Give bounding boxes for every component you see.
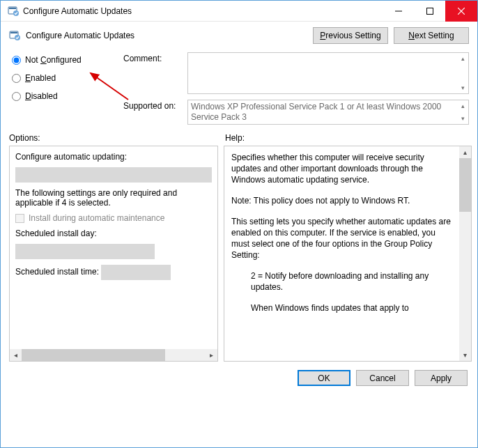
policy-icon (9, 30, 20, 41)
comment-textarea[interactable]: ▴ ▾ (187, 52, 469, 94)
radio-enabled-input[interactable] (12, 74, 21, 83)
policy-header: Configure Automatic Updates Previous Set… (1, 22, 477, 52)
previous-setting-button[interactable]: Previous Setting (313, 27, 388, 44)
window-title: Configure Automatic Updates (23, 6, 383, 16)
supported-text: Windows XP Professional Service Pack 1 o… (187, 100, 469, 125)
radio-enabled-label: Enabled (25, 73, 56, 83)
radio-not-configured-input[interactable] (12, 56, 21, 65)
options-body: Configure automatic updating: The follow… (10, 146, 217, 349)
policy-title: Configure Automatic Updates (26, 31, 307, 40)
pane-labels: Options: Help: (1, 128, 477, 146)
supported-scrollbar[interactable]: ▴ ▾ (457, 100, 468, 124)
help-p5: When Windows finds updates that apply to (251, 302, 452, 314)
lower-panes: Configure automatic updating: The follow… (1, 146, 477, 362)
svg-rect-8 (10, 32, 17, 33)
install-maintenance-label: Install during automatic maintenance (29, 213, 164, 223)
window-titlebar: Configure Automatic Updates (1, 1, 477, 22)
install-day-label: Scheduled install day: (15, 229, 212, 238)
radio-not-configured-label: Not Configured (25, 55, 82, 65)
help-p4: 2 = Notify before downloading and instal… (251, 270, 452, 293)
supported-label: Supported on: (123, 100, 187, 111)
help-body: Specifies whether this computer will rec… (224, 146, 459, 361)
radio-disabled-input[interactable] (12, 92, 21, 101)
options-hscrollbar[interactable]: ◂ ▸ (10, 349, 217, 361)
scroll-right-icon[interactable]: ▸ (206, 349, 217, 361)
help-p1: Specifies whether this computer will rec… (231, 152, 452, 185)
radio-enabled[interactable]: Enabled (12, 73, 123, 83)
install-time-label: Scheduled install time: (15, 267, 99, 277)
configure-updating-select[interactable] (15, 167, 212, 183)
close-button[interactable] (445, 1, 477, 22)
help-p3: This setting lets you specify whether au… (231, 216, 452, 261)
comment-label: Comment: (123, 52, 187, 63)
state-radio-group: Not Configured Enabled Disabled (12, 52, 123, 125)
next-setting-button[interactable]: Next Setting (394, 27, 469, 44)
minimize-button[interactable] (383, 1, 414, 22)
install-maintenance-checkbox[interactable]: Install during automatic maintenance (15, 213, 212, 223)
configure-updating-label: Configure automatic updating: (15, 152, 212, 162)
comment-scrollbar[interactable]: ▴ ▾ (457, 53, 468, 93)
hscroll-thumb[interactable] (22, 349, 165, 361)
cancel-button[interactable]: Cancel (356, 370, 409, 386)
ok-button[interactable]: OK (298, 370, 350, 386)
radio-disabled-label: Disabled (25, 91, 58, 101)
supported-text-value: Windows XP Professional Service Pack 1 o… (191, 102, 441, 122)
scroll-up-icon[interactable]: ▴ (459, 146, 471, 158)
scroll-up-icon[interactable]: ▴ (457, 100, 468, 111)
svg-rect-4 (426, 8, 433, 14)
install-time-row: Scheduled install time: (15, 265, 212, 280)
checkbox-icon[interactable] (15, 214, 24, 223)
comment-grid: Comment: ▴ ▾ Supported on: Windows XP Pr… (123, 52, 469, 125)
scroll-down-icon[interactable]: ▾ (457, 113, 468, 124)
dialog-buttons: OK Cancel Apply (1, 362, 477, 394)
scroll-down-icon[interactable]: ▾ (459, 349, 471, 361)
following-note: The following settings are only required… (15, 188, 212, 208)
help-pane: Specifies whether this computer will rec… (224, 146, 472, 362)
scroll-left-icon[interactable]: ◂ (10, 349, 22, 361)
install-day-select[interactable] (15, 244, 155, 259)
radio-disabled[interactable]: Disabled (12, 91, 123, 101)
help-vscrollbar[interactable]: ▴ ▾ (459, 146, 471, 361)
radio-not-configured[interactable]: Not Configured (12, 55, 123, 65)
help-p2: Note: This policy does not apply to Wind… (231, 195, 452, 206)
svg-rect-1 (9, 8, 16, 9)
maximize-button[interactable] (414, 1, 445, 22)
install-time-select[interactable] (101, 265, 171, 280)
scroll-down-icon[interactable]: ▾ (457, 82, 468, 93)
scroll-up-icon[interactable]: ▴ (457, 53, 468, 64)
vscroll-thumb[interactable] (459, 158, 471, 212)
vscroll-track[interactable] (459, 158, 471, 349)
apply-button[interactable]: Apply (415, 370, 468, 386)
options-label: Options: (9, 133, 225, 143)
help-label: Help: (225, 133, 469, 143)
upper-form: Not Configured Enabled Disabled Comment:… (1, 52, 477, 128)
policy-icon (8, 6, 19, 17)
options-pane: Configure automatic updating: The follow… (9, 146, 218, 362)
hscroll-track[interactable] (22, 349, 206, 361)
